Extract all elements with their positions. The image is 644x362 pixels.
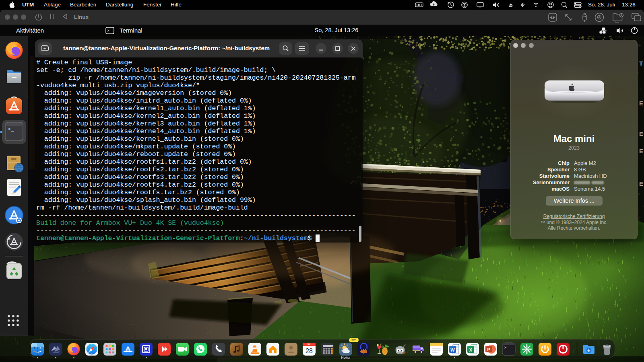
svg-text:>_: >_ — [107, 29, 111, 33]
svg-text:T: T — [639, 60, 643, 67]
svg-text:_: _ — [10, 127, 14, 132]
svg-text:>: > — [8, 127, 10, 132]
svg-text:X: X — [469, 348, 473, 352]
svg-text:28: 28 — [305, 348, 313, 354]
svg-text:E: E — [639, 148, 643, 154]
svg-text:JUL: JUL — [307, 343, 312, 346]
svg-text:W: W — [450, 348, 455, 352]
svg-text:E: E — [639, 100, 643, 107]
svg-text:E: E — [639, 130, 643, 137]
svg-text:P: P — [487, 347, 490, 352]
svg-text:E: E — [639, 180, 643, 187]
svg-text:>_: >_ — [504, 346, 509, 350]
